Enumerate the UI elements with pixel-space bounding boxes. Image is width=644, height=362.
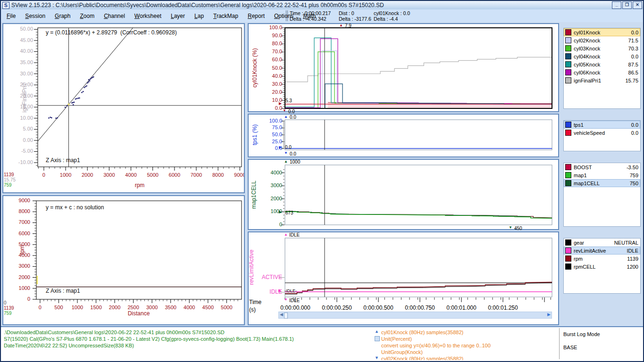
channel-color-swatch [565,255,571,262]
channel-name: ignFinalPri1 [574,78,625,83]
channel-name: tps1 [574,122,631,128]
status-divider [559,328,560,359]
channel-name: cyl02Knock [574,38,628,43]
panel-knock-chart[interactable] [248,23,559,112]
menu-worksheet[interactable]: Worksheet [130,13,166,19]
scroll-left-icon[interactable]: ◀ [280,312,283,317]
channel-color-swatch [565,172,571,178]
channel-row-cyl02Knock[interactable]: cyl02Knock71.5 [564,36,640,44]
channel-row-tps1[interactable]: tps10.0 [564,121,640,129]
menu-items: FileSessionGraphZoomChannelWorksheetLaye… [2,9,320,22]
panel-tps-chart[interactable] [248,114,559,157]
info-time: Time : 0:00:00.217 [290,10,331,16]
channel-name: BOOST [574,165,627,170]
channel-value: 0.0 [631,130,638,136]
channel-name: gear [574,240,614,246]
menu-report[interactable]: Report [243,13,269,19]
status-bar: .\DownloadedData\Customers\General logs\… [1,326,643,362]
channel-value: 0.0 [631,54,638,59]
scroll-down-icon[interactable]: ▼ [375,355,379,360]
window-title: SView 2.15.223 : C:\Users\Public\Documen… [11,2,612,8]
app-icon: S [2,2,9,9]
channel-color-swatch [565,69,571,75]
sview-window: S SView 2.15.223 : C:\Users\Public\Docum… [0,0,644,362]
channel-name: cyl04Knock [574,54,631,59]
menu-session[interactable]: Session [20,13,50,19]
channel-row-gear[interactable]: gearNEUTRAL [564,239,640,247]
info-channel: cyl01Knock : 0.0 [374,10,410,16]
channel-value: -3.50 [627,165,638,170]
channel-name: vehicleSpeed [574,130,631,136]
channel-list-map: BOOST-3.50map1759map1CELL750 [563,163,641,227]
panel-rpm-vs-dist[interactable] [2,195,245,325]
menu-file[interactable]: File [2,13,20,19]
channel-row-cyl03Knock[interactable]: cyl03Knock70.3 [564,44,640,52]
channel-row-rpmCELL[interactable]: rpmCELL1200 [564,263,640,271]
channel-row-cyl04Knock[interactable]: cyl04Knock0.0 [564,52,640,60]
channel-color-swatch [565,29,571,35]
channel-list-knock: cyl01Knock0.0cyl02Knock71.5cyl03Knock70.… [563,28,641,109]
scroll-thumb[interactable] [284,313,288,319]
channel-row-BOOST[interactable]: BOOST-3.50 [564,163,640,171]
channel-value: 1200 [627,264,638,270]
channel-name: map1 [574,173,630,178]
channel-color-swatch [565,180,571,186]
channel-color-swatch [565,263,571,270]
channel-value: 0.0 [631,30,638,35]
panel-map-chart[interactable] [248,159,559,230]
channel-value: 70.3 [628,46,638,51]
menu-lap[interactable]: Lap [190,13,209,19]
channel-row-ignFinalPri1[interactable]: ignFinalPri115.75 [564,76,640,84]
channel-value: 1139 [627,256,638,262]
channel-row-cyl06Knock[interactable]: cyl06Knock86.5 [564,68,640,76]
restore-button[interactable]: ❐ [622,1,632,9]
channel-info-scrollbar[interactable]: ▲ ▼ [375,329,380,360]
info-delta-time: Delta : -4:40.342 [290,16,326,22]
menu-layer[interactable]: Layer [166,13,190,19]
scroll-up-icon[interactable]: ▲ [375,329,379,334]
close-button[interactable]: ✕ [633,1,642,9]
title-bar: S SView 2.15.223 : C:\Users\Public\Docum… [1,1,643,9]
channel-color-swatch [565,61,571,67]
menu-channel[interactable]: Channel [99,13,130,19]
channel-row-cyl05Knock[interactable]: cyl05Knock87.5 [564,60,640,68]
channel-color-swatch [565,53,571,59]
channel-color-swatch [565,164,571,170]
channel-row-cyl01Knock[interactable]: cyl01Knock0.0 [564,28,640,36]
channel-color-swatch [565,122,571,128]
channel-row-map1CELL[interactable]: map1CELL750 [564,179,640,187]
menu-info-separator [286,10,288,21]
channel-list-rev: gearNEUTRALrevLimitActiveIDLErpm1139rpmC… [563,238,641,294]
channel-name: rpm [574,256,627,262]
channel-value: 86.5 [628,70,638,75]
time-scrollbar[interactable]: ◀ ▶ [278,312,552,319]
scroll-right-icon[interactable]: ▶ [547,312,551,317]
channel-row-revLimitActive[interactable]: revLimitActiveIDLE [564,247,640,255]
channel-color-swatch [565,77,571,83]
channel-value: 759 [630,173,638,178]
channel-name: cyl05Knock [574,62,628,67]
log-file-summary: .\DownloadedData\Customers\General logs\… [4,329,294,349]
info-delta-dist: Delta : -3177.6 [339,16,371,22]
panel-ign-vs-rpm[interactable] [2,23,245,193]
channel-name: revLimitActive [574,248,627,254]
channel-color-swatch [565,239,571,246]
channel-row-map1[interactable]: map1759 [564,171,640,179]
channel-value: 0.0 [631,122,638,128]
minimize-button[interactable]: _ [612,1,621,9]
channel-color-swatch [565,45,571,51]
menu-zoom[interactable]: Zoom [75,13,99,19]
channel-row-vehicleSpeed[interactable]: vehicleSpeed0.0 [564,129,640,137]
channel-name: cyl01Knock [574,30,631,35]
channel-row-rpm[interactable]: rpm1139 [564,255,640,263]
info-dist: Dist : 0 [339,10,354,16]
menu-trackmap[interactable]: TrackMap [209,13,243,19]
channel-value: NEUTRAL [614,240,638,246]
scroll-thumb[interactable] [375,336,380,341]
channel-value: 71.5 [628,38,638,43]
menu-graph[interactable]: Graph [50,13,75,19]
channel-color-swatch [565,130,571,136]
channel-value: IDLE [627,248,638,254]
channel-value: 15.75 [625,78,638,83]
menu-bar: FileSessionGraphZoomChannelWorksheetLaye… [1,9,643,22]
